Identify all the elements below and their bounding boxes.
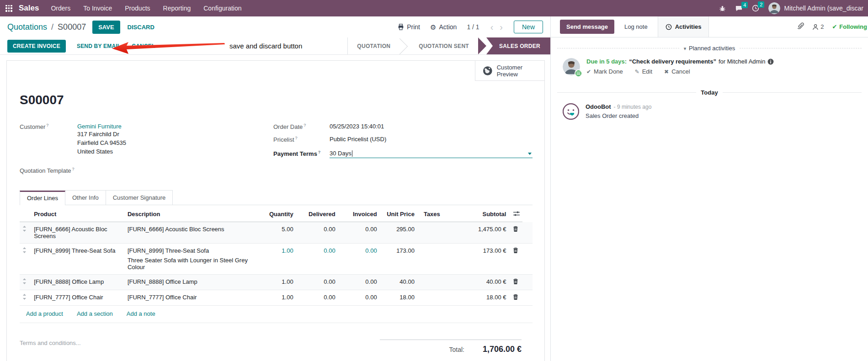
mark-done-button[interactable]: ✔ Mark Done [586,68,623,75]
cell-quantity[interactable]: 1.00 [258,244,296,275]
attach-files-button[interactable] [797,22,804,31]
pager-previous-icon[interactable]: ‹ [490,22,495,32]
drag-handle-icon[interactable] [22,247,27,255]
cell-invoiced[interactable]: 0.00 [338,222,380,244]
discard-button[interactable]: DISCARD [128,24,154,31]
app-name[interactable]: Sales [19,4,39,13]
print-button[interactable]: Print [398,23,420,31]
drag-handle-icon[interactable] [22,278,27,286]
cell-delivered[interactable]: 0.00 [296,244,338,275]
cell-invoiced[interactable]: 0.00 [338,244,380,275]
tab-customer-signature[interactable]: Customer Signature [106,190,173,205]
edit-activity-button[interactable]: ✎ Edit [635,68,652,75]
col-product[interactable]: Product [31,205,125,222]
table-row[interactable]: [FURN_6666] Acoustic Bloc Screens [FURN_… [20,222,533,244]
drag-handle-icon[interactable] [22,294,27,301]
cell-taxes[interactable] [417,290,454,306]
step-sales-order[interactable]: SALES ORDER [486,37,550,54]
following-button[interactable]: ✔ Following [832,23,867,30]
cell-product[interactable]: [FURN_7777] Office Chair [31,290,125,306]
cell-taxes[interactable] [417,244,454,275]
followers-button[interactable]: 2 [812,23,824,30]
customer-link[interactable]: Gemini Furniture [77,123,122,130]
cell-invoiced[interactable]: 0.00 [338,275,380,290]
cell-unit-price[interactable]: 40.00 [380,275,417,290]
cancel-button[interactable]: CANCEL [132,43,155,49]
cell-unit-price[interactable]: 173.00 [380,244,417,275]
menu-products[interactable]: Products [125,5,150,12]
delete-row-icon[interactable] [513,247,518,255]
planned-activities-toggle[interactable]: ▾ Planned activities [679,45,740,52]
apps-grid-icon[interactable] [5,5,12,12]
cell-unit-price[interactable]: 18.00 [380,290,417,306]
message-author[interactable]: OdooBot [586,103,611,110]
cancel-activity-button[interactable]: ✖ Cancel [664,68,690,75]
step-quotation-sent[interactable]: QUOTATION SENT [410,37,478,54]
cell-description[interactable]: [FURN_8888] Office Lamp [125,275,258,290]
cell-delivered[interactable]: 0.00 [296,275,338,290]
messages-count-badge: 4 [741,2,748,8]
cell-quantity[interactable]: 1.00 [258,290,296,306]
save-button[interactable]: SAVE [92,21,120,34]
create-invoice-button[interactable]: CREATE INVOICE [7,40,66,53]
send-message-button[interactable]: Send message [560,20,614,34]
new-button[interactable]: New [514,21,543,33]
info-icon[interactable] [767,58,774,65]
user-menu[interactable]: Mitchell Admin (save_discar [768,2,863,14]
tab-order-lines[interactable]: Order Lines [20,191,65,205]
table-row[interactable]: [FURN_8888] Office Lamp [FURN_8888] Offi… [20,275,533,290]
add-section-link[interactable]: Add a section [77,310,113,317]
debug-bug-icon[interactable] [719,5,726,12]
col-taxes[interactable]: Taxes [417,205,454,222]
tab-other-info[interactable]: Other Info [65,190,106,205]
drag-handle-icon[interactable] [22,226,27,233]
cell-subtotal: 173.00 € [454,244,509,275]
cell-delivered[interactable]: 0.00 [296,290,338,306]
order-date-value[interactable]: 05/25/2023 15:40:01 [330,123,384,130]
activities-clock-icon[interactable]: 2 [752,5,759,12]
menu-orders[interactable]: Orders [51,5,70,12]
payment-terms-input[interactable]: 30 Days [330,150,533,158]
cell-product[interactable]: [FURN_8888] Office Lamp [31,275,125,290]
pager-next-icon[interactable]: › [499,22,504,32]
delete-row-icon[interactable] [513,278,518,286]
delete-row-icon[interactable] [513,226,518,234]
cell-taxes[interactable] [417,222,454,244]
delete-row-icon[interactable] [513,294,518,302]
menu-to-invoice[interactable]: To Invoice [83,5,112,12]
table-row[interactable]: [FURN_7777] Office Chair [FURN_7777] Off… [20,290,533,306]
menu-reporting[interactable]: Reporting [163,5,191,12]
col-quantity[interactable]: Quantity [258,205,296,222]
col-subtotal[interactable]: Subtotal [454,205,509,222]
cell-description[interactable]: [FURN_7777] Office Chair [125,290,258,306]
cell-product[interactable]: [FURN_8999] Three-Seat Sofa [31,244,125,275]
send-by-email-button[interactable]: SEND BY EMAIL [77,43,121,49]
pricelist-value[interactable]: Public Pricelist (USD) [330,136,386,143]
terms-placeholder[interactable]: Terms and conditions... [20,340,81,354]
add-note-link[interactable]: Add a note [127,310,155,317]
action-button[interactable]: ⚙ Action [430,23,457,31]
activities-tab[interactable]: Activities [658,16,709,37]
col-description[interactable]: Description [125,205,258,222]
cell-unit-price[interactable]: 295.00 [380,222,417,244]
col-unit-price[interactable]: Unit Price [380,205,417,222]
cell-invoiced[interactable]: 0.00 [338,290,380,306]
optional-columns-button[interactable] [509,205,522,222]
table-row[interactable]: [FURN_8999] Three-Seat Sofa [FURN_8999] … [20,244,533,275]
cell-taxes[interactable] [417,275,454,290]
cell-product[interactable]: [FURN_6666] Acoustic Bloc Screens [31,222,125,244]
cell-delivered[interactable]: 0.00 [296,222,338,244]
cell-quantity[interactable]: 1.00 [258,275,296,290]
add-product-link[interactable]: Add a product [26,310,63,317]
log-note-button[interactable]: Log note [624,23,648,30]
cell-quantity[interactable]: 5.00 [258,222,296,244]
cell-description[interactable]: [FURN_8999] Three-Seat Sofa Three Seater… [125,244,258,275]
messages-icon[interactable]: 4 [735,5,743,12]
col-delivered[interactable]: Delivered [296,205,338,222]
cell-description[interactable]: [FURN_6666] Acoustic Bloc Screens [125,222,258,244]
dropdown-caret-icon[interactable] [528,153,532,155]
breadcrumb-quotations[interactable]: Quotations [7,22,47,32]
col-invoiced[interactable]: Invoiced [338,205,380,222]
customer-preview-button[interactable]: Customer Preview [475,61,544,81]
menu-configuration[interactable]: Configuration [203,5,241,12]
